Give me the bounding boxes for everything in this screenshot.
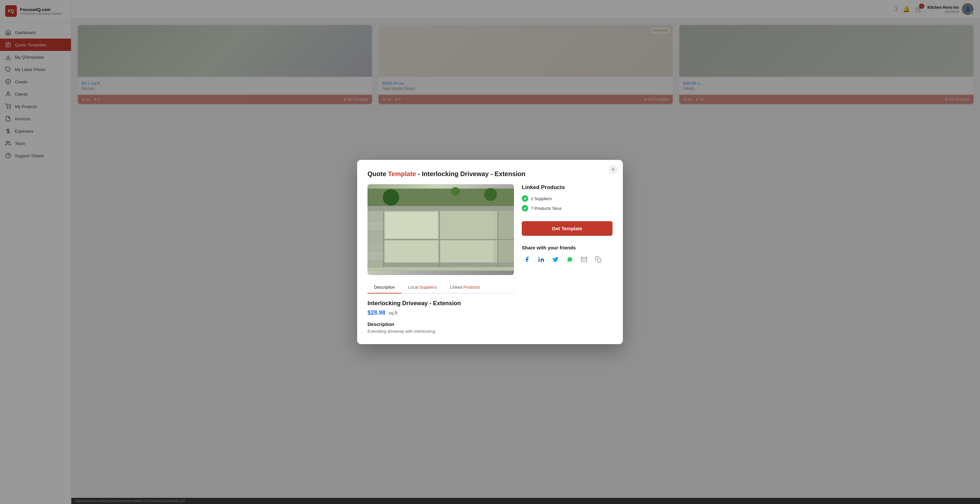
share-facebook-icon[interactable] — [522, 254, 532, 265]
tab-description-label: Description — [374, 285, 395, 290]
share-title: Share with your friends — [522, 245, 612, 250]
modal: × Quote Template - Interlocking Driveway… — [357, 160, 623, 344]
tab-description[interactable]: Description — [368, 282, 401, 293]
linked-products-title: Linked Products — [522, 184, 612, 191]
modal-right: Linked Products 1 Suppliers 7 Products S… — [522, 184, 612, 334]
svg-rect-18 — [385, 212, 438, 238]
template-price: $28.98 — [368, 309, 385, 316]
svg-rect-41 — [598, 259, 601, 262]
description-label: Description — [368, 321, 514, 327]
svg-rect-30 — [368, 212, 383, 220]
svg-rect-24 — [368, 206, 514, 211]
check-skus-icon — [522, 205, 528, 212]
template-image — [368, 184, 514, 275]
tab-suppliers-highlight: Suppliers — [419, 285, 437, 290]
svg-rect-34 — [368, 251, 383, 260]
share-twitter-icon[interactable] — [550, 254, 561, 265]
template-content: Interlocking Driveway - Extension $28.98… — [368, 300, 514, 334]
share-whatsapp-icon[interactable] — [565, 254, 575, 265]
svg-point-37 — [484, 188, 497, 201]
modal-body: Description Local Suppliers Linked Produ… — [368, 184, 612, 334]
svg-rect-31 — [368, 222, 383, 230]
check-suppliers-icon — [522, 195, 528, 202]
skus-count: 7 Products Skus — [531, 206, 562, 211]
svg-rect-25 — [368, 262, 514, 267]
modal-left: Description Local Suppliers Linked Produ… — [368, 184, 514, 334]
share-icons — [522, 254, 612, 265]
svg-rect-32 — [368, 231, 383, 240]
svg-point-36 — [383, 189, 399, 206]
tab-linked-products[interactable]: Linked Products — [443, 282, 487, 293]
modal-title-highlight: Template — [388, 170, 416, 177]
modal-title-prefix: Quote — [368, 170, 388, 177]
driveway-pattern — [368, 184, 514, 275]
tab-products-highlight: Products — [463, 285, 480, 290]
linked-item-suppliers: 1 Suppliers — [522, 195, 612, 202]
modal-tabs: Description Local Suppliers Linked Produ… — [368, 282, 514, 293]
modal-title: Quote Template - Interlocking Driveway -… — [368, 170, 612, 178]
share-copy-icon[interactable] — [593, 254, 603, 265]
svg-rect-39 — [539, 259, 539, 262]
svg-rect-23 — [498, 206, 514, 267]
modal-overlay[interactable]: × Quote Template - Interlocking Driveway… — [0, 0, 980, 504]
svg-rect-33 — [368, 241, 383, 250]
svg-rect-20 — [441, 212, 493, 238]
description-text: Extending driveway with interlocking — [368, 329, 514, 334]
suppliers-count: 1 Suppliers — [531, 196, 552, 201]
modal-title-suffix: - Interlocking Driveway - Extension — [416, 170, 526, 177]
share-email-icon[interactable] — [579, 254, 589, 265]
get-template-button[interactable]: Get Template — [522, 221, 612, 236]
svg-point-38 — [451, 187, 460, 196]
template-unit: sq.ft — [389, 310, 397, 316]
svg-rect-35 — [368, 262, 383, 266]
share-linkedin-icon[interactable] — [536, 254, 546, 265]
tab-local-suppliers[interactable]: Local Suppliers — [401, 282, 443, 293]
template-title: Interlocking Driveway - Extension — [368, 300, 514, 307]
modal-close-button[interactable]: × — [609, 165, 618, 174]
svg-point-40 — [539, 257, 539, 258]
linked-item-skus: 7 Products Skus — [522, 205, 612, 212]
